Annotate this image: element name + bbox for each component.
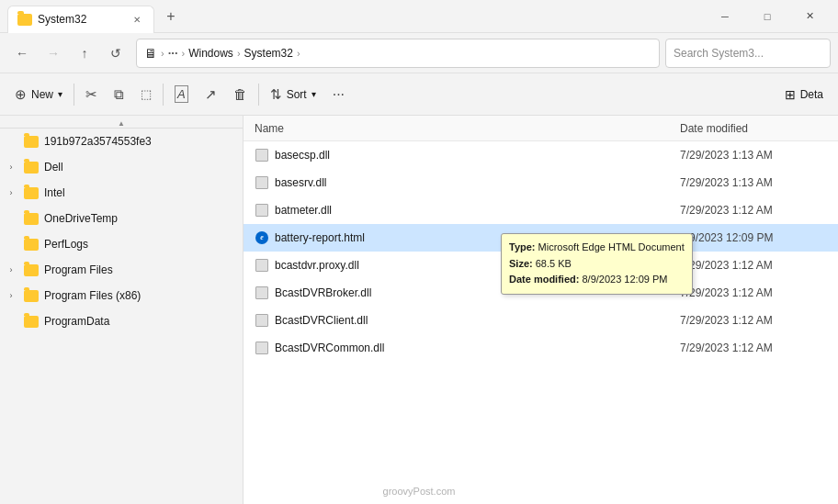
sidebar-label-folder-programfiles: Program Files — [44, 263, 235, 276]
copy-button[interactable]: ⧉ — [107, 80, 131, 109]
sidebar-item-folder-onedrivemp[interactable]: OneDriveTemp — [0, 206, 243, 231]
folder-icon-folder-programfiles — [24, 264, 39, 276]
sort-icon: ⇅ — [270, 86, 282, 103]
file-date-basesrv: 7/29/2023 1:13 AM — [680, 176, 827, 189]
sidebar-item-folder-programfiles[interactable]: ›Program Files — [0, 257, 243, 283]
sidebar-item-folder-intel[interactable]: ›Intel — [0, 180, 243, 206]
address-segment-windows[interactable]: Windows — [188, 47, 233, 60]
sidebar-items: 191b972a3574553fe3›Dell›IntelOneDriveTem… — [0, 129, 243, 334]
search-placeholder: Search System3... — [674, 47, 764, 60]
details-view-button[interactable]: ⊞ Deta — [777, 84, 831, 106]
sidebar-item-folder-hex[interactable]: 191b972a3574553fe3 — [0, 129, 243, 154]
file-name-basecsp: basecsp.dll — [275, 149, 680, 162]
file-tooltip: Type: Microsoft Edge HTML DocumentSize: … — [501, 233, 693, 295]
sidebar-item-folder-programdata[interactable]: ProgramData — [0, 308, 243, 334]
share-icon: ↗ — [205, 86, 217, 103]
file-date-bcastdvr-proxy: 7/29/2023 1:12 AM — [680, 259, 827, 272]
file-icon-battery-report: e — [255, 230, 269, 245]
sidebar-label-folder-programfilesx86: Program Files (x86) — [44, 289, 235, 302]
cut-icon: ✂ — [85, 86, 97, 103]
file-date-basecsp: 7/29/2023 1:13 AM — [680, 149, 827, 162]
cut-button[interactable]: ✂ — [78, 80, 105, 109]
file-row-bcastdvrcommon[interactable]: BcastDVRCommon.dll7/29/2023 1:12 AM — [243, 334, 838, 362]
close-button[interactable]: ✕ — [788, 2, 831, 31]
file-row-battery-report[interactable]: ebattery-report.html8/9/2023 12:09 PMTyp… — [243, 224, 838, 252]
sidebar-item-folder-programfilesx86[interactable]: ›Program Files (x86) — [0, 283, 243, 308]
details-icon: ⊞ — [785, 87, 796, 102]
file-date-bcastdvrclient: 7/29/2023 1:12 AM — [680, 314, 827, 327]
tab-area: System32 ✕ + — [7, 0, 704, 32]
new-label: New — [31, 88, 53, 101]
up-button[interactable]: ↑ — [70, 39, 99, 68]
minimize-button[interactable]: ─ — [704, 2, 746, 31]
paste-icon: ⬚ — [141, 87, 152, 101]
folder-icon-folder-programfilesx86 — [24, 290, 39, 302]
share-button[interactable]: ↗ — [198, 80, 224, 109]
sidebar-item-folder-dell[interactable]: ›Dell — [0, 154, 243, 180]
cmd-separator-2 — [163, 84, 164, 106]
file-row-basecsp[interactable]: basecsp.dll7/29/2023 1:13 AM — [243, 141, 838, 169]
maximize-button[interactable]: □ — [746, 2, 788, 31]
sidebar-label-folder-programdata: ProgramData — [44, 315, 235, 328]
refresh-button[interactable]: ↺ — [101, 39, 130, 68]
file-row-basesrv[interactable]: basesrv.dll7/29/2023 1:13 AM — [243, 169, 838, 196]
file-icon-bcastdvr-proxy — [255, 258, 269, 273]
sidebar-label-folder-perflogs: PerfLogs — [44, 238, 235, 251]
file-row-batmeter[interactable]: batmeter.dll7/29/2023 1:12 AM — [243, 196, 838, 224]
sort-label: Sort — [287, 88, 307, 101]
tab-close-button[interactable]: ✕ — [130, 12, 144, 27]
sort-button[interactable]: ⇅ Sort ▾ — [263, 80, 323, 109]
back-button[interactable]: ← — [7, 39, 37, 68]
forward-button[interactable]: → — [39, 39, 68, 68]
sidebar-label-folder-hex: 191b972a3574553fe3 — [44, 135, 235, 148]
file-name-basesrv: basesrv.dll — [275, 176, 680, 189]
file-icon-bcastdvrbroker — [255, 286, 269, 300]
search-box[interactable]: Search System3... — [665, 39, 831, 68]
more-options-button[interactable]: ··· — [325, 80, 352, 109]
file-icon-bcastdvrclient — [255, 313, 269, 328]
rename-icon: A — [175, 85, 188, 103]
file-name-bcastdvrcommon: BcastDVRCommon.dll — [275, 342, 680, 354]
expand-arrow-folder-programfiles: › — [4, 263, 18, 277]
address-sep-3: › — [237, 48, 241, 59]
sidebar-item-folder-perflogs[interactable]: PerfLogs — [0, 231, 243, 257]
file-list: Name Date modified basecsp.dll7/29/2023 … — [243, 116, 838, 504]
tab-folder-icon — [17, 14, 32, 26]
expand-arrow-folder-programfilesx86: › — [4, 288, 18, 303]
address-sep-2: › — [182, 48, 186, 59]
expand-arrow-folder-onedrivemp — [4, 211, 18, 226]
expand-arrow-folder-hex — [4, 134, 18, 149]
computer-icon: 🖥 — [144, 46, 157, 61]
delete-button[interactable]: 🗑 — [226, 80, 255, 109]
scroll-up-indicator[interactable]: ▲ — [0, 119, 243, 129]
expand-arrow-folder-programdata — [4, 314, 18, 329]
folder-icon-folder-hex — [24, 136, 39, 148]
sidebar-label-folder-intel: Intel — [44, 186, 235, 199]
folder-icon-folder-intel — [24, 187, 39, 199]
delete-icon: 🗑 — [233, 86, 247, 102]
new-button[interactable]: ⊕ New ▾ — [7, 80, 70, 109]
main-content: ▲ 191b972a3574553fe3›Dell›IntelOneDriveT… — [0, 116, 838, 504]
folder-icon-folder-programdata — [24, 316, 39, 328]
address-segment-system32[interactable]: System32 — [244, 47, 293, 60]
expand-arrow-folder-intel: › — [4, 185, 18, 200]
file-icon-bcastdvrcommon — [255, 341, 269, 355]
new-dropdown-icon: ▾ — [58, 89, 62, 99]
file-row-bcastdvrclient[interactable]: BcastDVRClient.dll7/29/2023 1:12 AM — [243, 307, 838, 334]
file-date-batmeter: 7/29/2023 1:12 AM — [680, 204, 827, 217]
address-bar[interactable]: 🖥 › ··· › Windows › System32 › — [136, 39, 660, 68]
file-name-batmeter: batmeter.dll — [275, 204, 680, 217]
file-icon-basesrv — [255, 175, 269, 190]
tab-title: System32 — [38, 13, 124, 26]
sidebar: ▲ 191b972a3574553fe3›Dell›IntelOneDriveT… — [0, 116, 243, 504]
paste-button[interactable]: ⬚ — [133, 80, 159, 109]
tab-system32[interactable]: System32 ✕ — [7, 6, 154, 33]
new-tab-button[interactable]: + — [158, 4, 184, 29]
copy-icon: ⧉ — [114, 86, 124, 103]
rename-button[interactable]: A — [167, 80, 196, 109]
address-sep-4: › — [297, 48, 300, 59]
folder-icon-folder-dell — [24, 162, 39, 174]
address-dots: ··· — [168, 46, 178, 60]
watermark: groovyPost.com — [383, 486, 456, 497]
expand-arrow-folder-dell: › — [4, 160, 18, 174]
